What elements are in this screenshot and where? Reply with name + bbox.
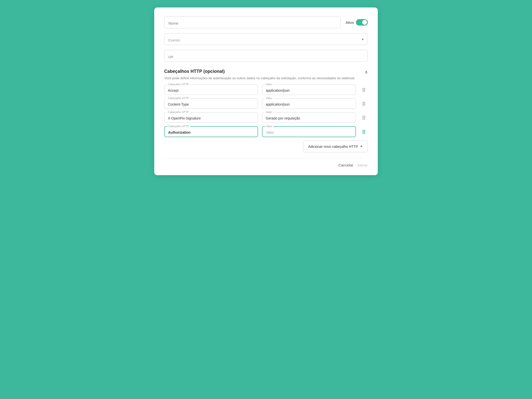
- name-row: Ativo: [164, 16, 368, 28]
- delete-header-button-1[interactable]: [360, 100, 368, 108]
- header-key-label-0: Cabeçalho HTTP: [167, 83, 190, 86]
- collapse-icon[interactable]: ∧: [365, 69, 368, 75]
- ativo-wrap: Ativo: [346, 19, 368, 26]
- table-row: Cabeçalho HTTP Valor: [164, 112, 368, 123]
- delete-header-button-2[interactable]: [360, 114, 368, 121]
- header-key-label-3: Cabeçalho HTTP: [167, 125, 190, 128]
- headers-container: Cabeçalho HTTP Valor Cabeçalho HTTP V: [164, 84, 368, 137]
- header-value-input-0[interactable]: [266, 88, 352, 92]
- name-field-wrap: [164, 16, 341, 28]
- cancel-button[interactable]: Cancelar: [338, 163, 353, 167]
- table-row: Cabeçalho HTTP Valor: [164, 126, 368, 137]
- ativo-toggle[interactable]: [356, 19, 368, 26]
- delete-header-button-0[interactable]: [360, 86, 368, 94]
- plus-icon: +: [360, 144, 363, 149]
- ativo-label: Ativo: [346, 20, 354, 25]
- header-key-input-0[interactable]: [168, 88, 254, 92]
- header-value-input-3[interactable]: [266, 130, 352, 134]
- header-value-label-0: Valor: [265, 83, 273, 86]
- add-header-button[interactable]: Adicionar novo cabeçalho HTTP +: [303, 141, 368, 152]
- table-row: Cabeçalho HTTP Valor: [164, 98, 368, 109]
- header-value-wrap-0: Valor: [262, 84, 356, 95]
- header-value-label-3: Valor: [265, 125, 273, 128]
- header-value-label-2: Valor: [265, 111, 273, 114]
- add-btn-wrap: Adicionar novo cabeçalho HTTP +: [164, 141, 368, 152]
- save-button[interactable]: Salvar: [357, 163, 368, 167]
- header-key-input-2[interactable]: [168, 116, 254, 120]
- header-key-label-2: Cabeçalho HTTP: [167, 111, 190, 114]
- table-row: Cabeçalho HTTP Valor: [164, 84, 368, 95]
- header-value-input-2[interactable]: [266, 116, 352, 120]
- delete-header-button-3[interactable]: [360, 128, 368, 136]
- header-key-input-3[interactable]: [168, 130, 254, 134]
- url-input[interactable]: [168, 55, 364, 59]
- header-value-wrap-3: Valor: [262, 126, 356, 137]
- header-value-wrap-2: Valor: [262, 112, 356, 123]
- add-header-label: Adicionar novo cabeçalho HTTP: [308, 145, 358, 149]
- header-value-input-1[interactable]: [266, 102, 352, 106]
- footer: Cancelar Salvar: [164, 158, 368, 167]
- section-desc: Você pode definir informações de autenti…: [164, 76, 368, 80]
- header-key-wrap-0: Cabeçalho HTTP: [164, 84, 258, 95]
- section-title: Cabeçalhos HTTP (opcional): [164, 69, 225, 74]
- evento-select[interactable]: Evento: [168, 38, 364, 42]
- header-value-wrap-1: Valor: [262, 98, 356, 109]
- name-input[interactable]: [168, 21, 337, 25]
- url-field-wrap: [164, 50, 368, 62]
- header-key-label-1: Cabeçalho HTTP: [167, 97, 190, 100]
- webhook-form: Ativo Evento ▾ Cabeçalhos HTTP (opcional…: [154, 7, 378, 175]
- header-key-wrap-3: Cabeçalho HTTP: [164, 126, 258, 137]
- section-header: Cabeçalhos HTTP (opcional) ∧: [164, 69, 368, 75]
- header-value-label-1: Valor: [265, 97, 273, 100]
- header-key-wrap-2: Cabeçalho HTTP: [164, 112, 258, 123]
- header-key-wrap-1: Cabeçalho HTTP: [164, 98, 258, 109]
- evento-select-wrap: Evento ▾: [164, 33, 368, 45]
- section-title-wrap: Cabeçalhos HTTP (opcional): [164, 69, 225, 74]
- header-key-input-1[interactable]: [168, 102, 254, 106]
